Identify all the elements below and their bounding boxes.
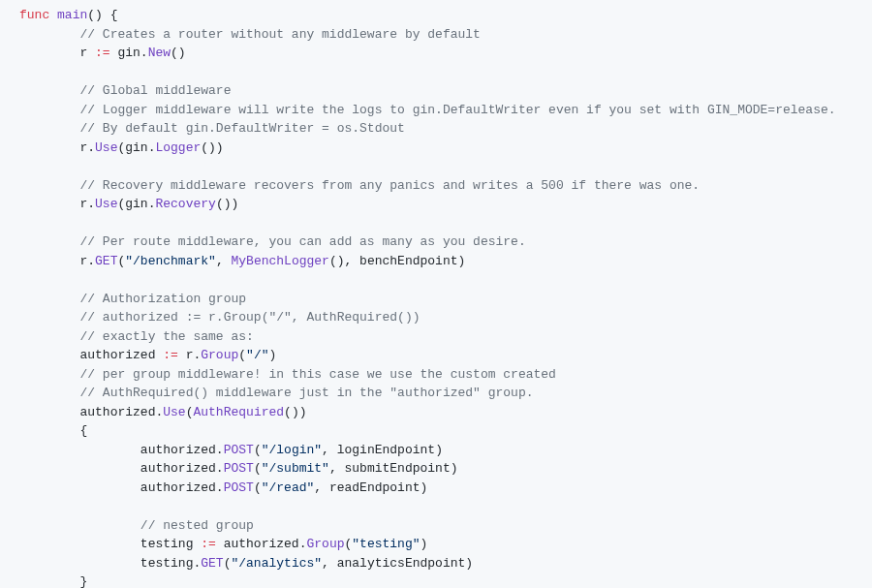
comment: // per group middleware! in this case we… bbox=[79, 367, 555, 382]
code-text: r. bbox=[79, 254, 95, 268]
code-text: { bbox=[79, 423, 87, 438]
fn-use: Use bbox=[95, 140, 117, 155]
code-text: ( bbox=[254, 461, 262, 476]
string: "/read" bbox=[262, 480, 315, 495]
comment: // AuthRequired() middleware just in the… bbox=[79, 386, 533, 400]
code-text: ()) bbox=[284, 405, 306, 419]
code-text: ) bbox=[420, 537, 428, 551]
string: "/" bbox=[246, 348, 268, 362]
code-text: authorized bbox=[79, 348, 163, 362]
code-text: , submitEndpoint) bbox=[329, 461, 458, 476]
code-text: , bbox=[216, 254, 232, 268]
keyword-func: func bbox=[19, 8, 49, 22]
code-text: gin. bbox=[110, 46, 148, 60]
string: "/analytics" bbox=[231, 556, 322, 571]
fn-group: Group bbox=[201, 348, 238, 362]
string: "/benchmark" bbox=[125, 254, 216, 268]
string: "/login" bbox=[262, 443, 322, 457]
comment: // Per route middleware, you can add as … bbox=[79, 234, 525, 249]
code-text: ( bbox=[238, 348, 246, 362]
code-text: () bbox=[171, 46, 186, 60]
code-text: () { bbox=[87, 8, 117, 22]
code-text: (), benchEndpoint) bbox=[329, 254, 465, 268]
code-text: r bbox=[79, 46, 95, 60]
comment: // Logger middleware will write the logs… bbox=[79, 103, 835, 117]
code-text: (gin. bbox=[117, 140, 155, 155]
fn-use: Use bbox=[163, 405, 185, 419]
operator: := bbox=[201, 537, 216, 551]
comment: // By default gin.DefaultWriter = os.Std… bbox=[79, 121, 404, 136]
comment: // Global middleware bbox=[79, 83, 231, 98]
fn-get: GET bbox=[95, 254, 117, 268]
fn-recovery: Recovery bbox=[155, 197, 215, 211]
code-text: ( bbox=[254, 443, 262, 457]
code-text: r. bbox=[79, 140, 95, 155]
fn-authrequired: AuthRequired bbox=[193, 405, 284, 419]
string: "/submit" bbox=[262, 461, 329, 476]
comment: // nested group bbox=[140, 518, 254, 533]
comment: // authorized := r.Group("/", AuthRequir… bbox=[79, 310, 420, 325]
operator: := bbox=[95, 46, 110, 60]
comment: // exactly the same as: bbox=[79, 329, 253, 344]
fn-post: POST bbox=[224, 480, 254, 495]
fn-use: Use bbox=[95, 197, 117, 211]
comment: // Recovery middleware recovers from any… bbox=[79, 178, 700, 193]
operator: := bbox=[163, 348, 178, 362]
code-text: ()) bbox=[201, 140, 223, 155]
code-text: authorized. bbox=[140, 461, 224, 476]
fn-get: GET bbox=[201, 556, 223, 571]
code-text: authorized. bbox=[79, 405, 163, 419]
code-text: authorized. bbox=[140, 480, 224, 495]
fn-post: POST bbox=[224, 461, 254, 476]
code-block: func main() { // Creates a router withou… bbox=[19, 6, 853, 588]
code-text: r. bbox=[79, 197, 95, 211]
code-text: ) bbox=[269, 348, 277, 362]
comment: // Authorization group bbox=[79, 292, 246, 306]
code-text: , readEndpoint) bbox=[314, 480, 427, 495]
code-text: testing bbox=[140, 537, 201, 551]
code-text: authorized. bbox=[216, 537, 307, 551]
code-text: r. bbox=[178, 348, 201, 362]
code-text: , loginEndpoint) bbox=[322, 443, 443, 457]
code-text: ( bbox=[254, 480, 262, 495]
comment: // Creates a router without any middlewa… bbox=[79, 27, 480, 42]
code-text: ()) bbox=[216, 197, 238, 211]
fn-mybenchlogger: MyBenchLogger bbox=[231, 254, 328, 268]
string: "testing" bbox=[352, 537, 420, 551]
fn-group: Group bbox=[306, 537, 344, 551]
code-text: } bbox=[79, 574, 87, 588]
fn-new: New bbox=[148, 46, 171, 60]
code-text: testing. bbox=[140, 556, 201, 571]
code-text: , analyticsEndpoint) bbox=[322, 556, 473, 571]
fn-main: main bbox=[57, 8, 87, 22]
fn-logger: Logger bbox=[155, 140, 201, 155]
fn-post: POST bbox=[224, 443, 254, 457]
code-text: authorized. bbox=[140, 443, 224, 457]
code-text: (gin. bbox=[117, 197, 155, 211]
